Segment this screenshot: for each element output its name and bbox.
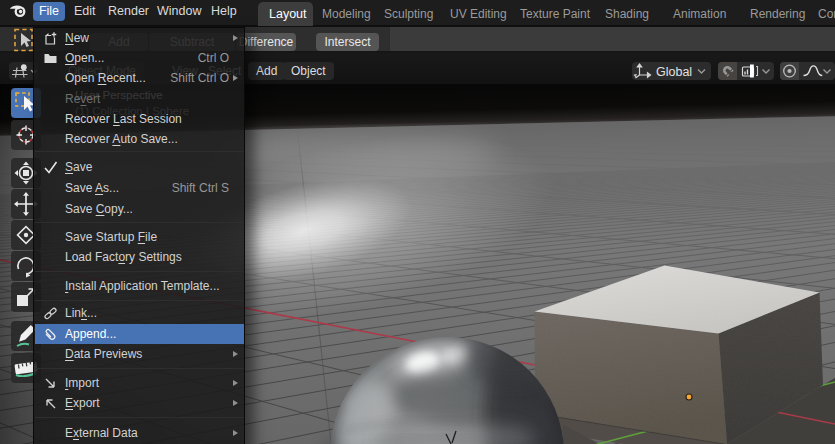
svg-text:Global: Global (656, 65, 692, 79)
